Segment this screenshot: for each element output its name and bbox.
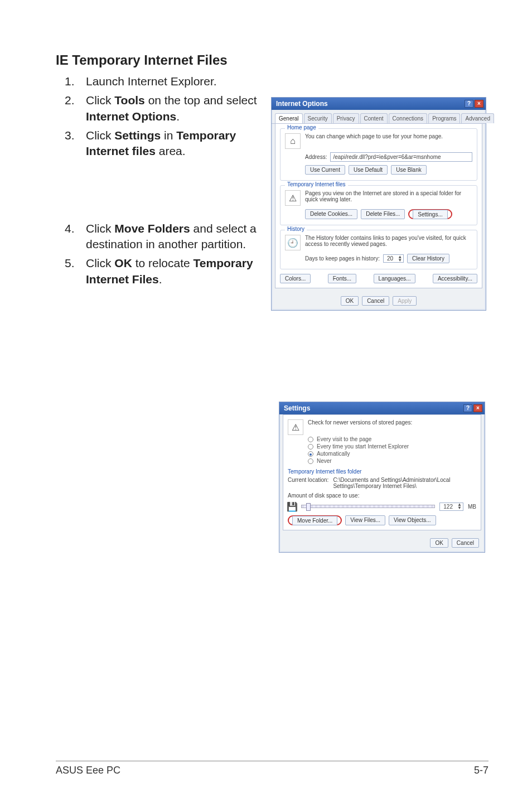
step-text: Click Tools on the top and select Intern… (86, 93, 262, 124)
cancel-button[interactable]: Cancel (452, 538, 479, 548)
slider-thumb[interactable] (306, 503, 311, 511)
days-spinner[interactable]: 20 ▲▼ (383, 254, 404, 263)
tab-security[interactable]: Security (304, 113, 332, 123)
history-group: History 🕘 The History folder contains li… (280, 230, 477, 269)
radio-label: Every time you start Internet Explorer (317, 443, 409, 450)
section-heading: IE Temporary Internet Files (56, 52, 489, 68)
spinner-arrows-icon[interactable]: ▲▼ (396, 255, 403, 262)
disk-slider[interactable] (301, 505, 435, 508)
help-button[interactable]: ? (463, 404, 472, 412)
clear-history-button[interactable]: Clear History (407, 254, 449, 263)
spinner-arrows-icon[interactable]: ▲▼ (456, 503, 463, 510)
dialog-title: Internet Options (276, 100, 328, 108)
ok-button[interactable]: OK (341, 296, 359, 306)
footer-left: ASUS Eee PC (56, 765, 120, 776)
step-number: 2. (65, 93, 76, 124)
warning-icon: ⚠ (288, 419, 303, 435)
radio-every-visit[interactable]: Every visit to the page (308, 436, 476, 442)
step-text: Click Settings in Temporary Internet fil… (86, 128, 262, 160)
step-number: 3. (65, 128, 76, 160)
step-text: Click Move Folders and select a destinat… (86, 221, 262, 253)
group-desc: You can change which page to use for you… (305, 133, 472, 139)
close-button[interactable]: × (473, 404, 482, 412)
disk-icon: 💾 (288, 502, 297, 511)
amount-label: Amount of disk space to use: (288, 492, 476, 499)
t: Click (86, 222, 114, 235)
address-label: Address: (305, 154, 327, 160)
list-item: 2. Click Tools on the top and select Int… (65, 93, 262, 124)
apply-button[interactable]: Apply (393, 296, 417, 306)
amount-unit: MB (468, 504, 476, 510)
tab-general[interactable]: General (275, 113, 303, 123)
radio-automatically[interactable]: Automatically (308, 451, 476, 457)
radio-every-start[interactable]: Every time you start Internet Explorer (308, 443, 476, 450)
history-icon: 🕘 (285, 235, 301, 250)
t: Click (86, 94, 114, 107)
use-blank-button[interactable]: Use Blank (391, 165, 427, 175)
close-button[interactable]: × (475, 100, 483, 108)
ok-button[interactable]: OK (430, 538, 448, 548)
use-default-button[interactable]: Use Default (349, 165, 388, 175)
group-desc: Pages you view on the Internet are store… (305, 190, 472, 202)
amount-value: 122 (440, 503, 456, 510)
list-item: 4. Click Move Folders and select a desti… (65, 221, 262, 253)
t: on the top and select (145, 94, 257, 107)
view-files-button[interactable]: View Files... (345, 515, 385, 525)
tab-privacy[interactable]: Privacy (333, 113, 359, 123)
t: area. (156, 144, 186, 157)
dialog-title: Settings (284, 404, 310, 412)
amount-spinner[interactable]: 122 ▲▼ (439, 503, 463, 511)
t: Move Folders (114, 222, 190, 235)
colors-button[interactable]: Colors... (280, 274, 311, 283)
fonts-button[interactable]: Fonts... (328, 274, 356, 283)
tab-strip: General Security Privacy Content Connect… (272, 110, 486, 124)
warning-icon: ⚠ (285, 190, 301, 206)
move-folder-button[interactable]: Move Folder... (292, 516, 337, 525)
location-value: C:\Documents and Settings\Administrator\… (333, 477, 476, 489)
delete-files-button[interactable]: Delete Files... (361, 209, 405, 219)
step-number: 5. (65, 255, 76, 287)
internet-options-dialog: Internet Options ? × General Security Pr… (271, 97, 486, 311)
tab-content[interactable]: Content (360, 113, 388, 123)
view-objects-button[interactable]: View Objects... (389, 515, 436, 525)
t: Settings (114, 129, 161, 142)
folder-section-title: Temporary Internet files folder (288, 468, 476, 475)
titlebar: Internet Options ? × (272, 98, 486, 110)
radio-label: Automatically (317, 451, 350, 457)
t: . (159, 273, 162, 286)
instruction-list-b: 4. Click Move Folders and select a desti… (56, 221, 262, 287)
settings-button[interactable]: Settings... (413, 210, 447, 219)
tab-programs[interactable]: Programs (428, 113, 460, 123)
titlebar: Settings ? × (279, 402, 485, 414)
delete-cookies-button[interactable]: Delete Cookies... (305, 209, 357, 219)
accessibility-button[interactable]: Accessibility... (433, 274, 477, 283)
tab-connections[interactable]: Connections (389, 113, 428, 123)
address-input[interactable]: /eapi/redir.dll?prd=ie&pver=6&ar=msnhome (330, 152, 472, 162)
t: Tools (114, 94, 144, 107)
radio-label: Every visit to the page (317, 436, 371, 442)
days-value: 20 (384, 255, 396, 262)
t: Click (86, 129, 114, 142)
languages-button[interactable]: Languages... (374, 274, 416, 283)
t: . (176, 110, 180, 123)
radio-never[interactable]: Never (308, 458, 476, 464)
step-number: 1. (65, 74, 76, 89)
settings-dialog: Settings ? × ⚠ Check for newer versions … (279, 402, 485, 553)
tab-advanced[interactable]: Advanced (461, 113, 494, 123)
home-icon: ⌂ (285, 133, 301, 149)
t: to relocate (132, 257, 194, 269)
highlight-circle: Settings... (408, 209, 452, 219)
cancel-button[interactable]: Cancel (362, 296, 389, 306)
temp-files-group: Temporary Internet files ⚠ Pages you vie… (280, 185, 477, 225)
footer-right: 5-7 (474, 765, 489, 776)
help-button[interactable]: ? (465, 100, 473, 108)
step-text: Launch Internet Explorer. (86, 74, 217, 89)
radio-label: Never (317, 458, 332, 464)
group-title: Home page (285, 124, 318, 131)
t: Click (86, 257, 114, 269)
list-item: 5. Click OK to relocate Temporary Intern… (65, 255, 262, 287)
t: Internet Options (86, 110, 176, 123)
group-desc: The History folder contains links to pag… (305, 235, 472, 247)
step-text: Click OK to relocate Temporary Internet … (86, 255, 262, 287)
use-current-button[interactable]: Use Current (305, 165, 345, 175)
